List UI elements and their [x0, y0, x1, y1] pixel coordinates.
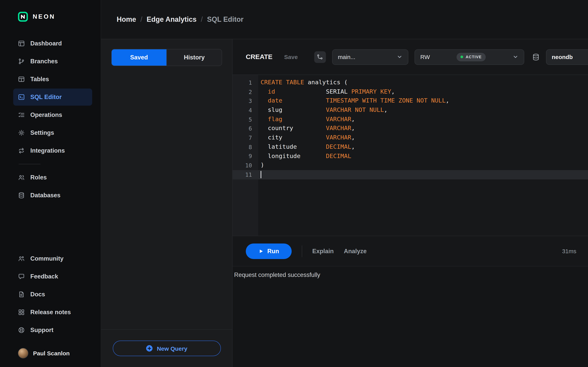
breadcrumb-item-sql-editor: SQL Editor [207, 15, 243, 24]
database-selector-value: neondb [552, 54, 573, 60]
code-line-9[interactable]: 9 longitude DECIMAL [233, 152, 588, 161]
sidebar-item-label: Settings [30, 129, 54, 136]
branches-icon [18, 58, 25, 65]
result-status-area: Request completed successfully [233, 266, 588, 367]
query-duration: 31ms [562, 248, 576, 254]
app: NEON DashboardBranchesTablesSQL EditorOp… [0, 0, 588, 367]
release-notes-icon [18, 309, 25, 316]
sidebar-item-community[interactable]: Community [13, 250, 92, 267]
compute-selector-value: RW [420, 54, 430, 60]
line-number: 5 [233, 116, 258, 123]
database-selector[interactable]: neondb [546, 49, 588, 65]
code-text: CREATE TABLE analytics ( [258, 78, 348, 87]
new-query-button[interactable]: New Query [112, 341, 221, 356]
sidebar-item-sql-editor[interactable]: SQL Editor [13, 89, 92, 106]
sidebar-item-tables[interactable]: Tables [13, 71, 92, 88]
sql-editor-icon [18, 94, 25, 100]
saved-queries-list [101, 74, 232, 329]
code-line-2[interactable]: 2 id SERIAL PRIMARY KEY, [233, 87, 588, 96]
code-line-8[interactable]: 8 latitude DECIMAL, [233, 142, 588, 152]
code-text: city VARCHAR, [258, 133, 355, 142]
content: SavedHistory New Query [101, 39, 588, 367]
integrations-icon [18, 147, 25, 154]
play-icon [259, 248, 264, 254]
operations-icon [18, 111, 25, 118]
code-line-11[interactable]: 11 [233, 170, 588, 179]
sidebar-nav-primary: DashboardBranchesTablesSQL EditorOperati… [0, 35, 101, 160]
logo-text: NEON [33, 13, 55, 20]
settings-icon [18, 129, 25, 136]
sidebar-item-docs[interactable]: Docs [13, 286, 92, 303]
tab-history[interactable]: History [166, 49, 222, 66]
tables-icon [18, 76, 25, 83]
sidebar-item-label: Feedback [30, 273, 58, 280]
line-number: 8 [233, 144, 258, 150]
main: Home/Edge Analytics/SQL Editor SavedHist… [101, 0, 588, 367]
code-text: id SERIAL PRIMARY KEY, [258, 87, 395, 96]
sidebar-item-label: SQL Editor [30, 94, 62, 100]
avatar [18, 348, 28, 359]
code-editor[interactable]: 1CREATE TABLE analytics (2 id SERIAL PRI… [233, 75, 588, 236]
code-line-1[interactable]: 1CREATE TABLE analytics ( [233, 78, 588, 87]
sidebar-item-label: Docs [30, 291, 45, 298]
breadcrumb-item-edge-analytics[interactable]: Edge Analytics [147, 15, 197, 24]
sql-editor-pane: CREATE Save main... [233, 39, 588, 367]
code-text: longitude DECIMAL [258, 152, 351, 161]
code-line-7[interactable]: 7 city VARCHAR, [233, 133, 588, 142]
sidebar-item-dashboard[interactable]: Dashboard [13, 35, 92, 52]
community-icon [18, 255, 25, 262]
support-icon [18, 327, 25, 334]
branch-connection-icon-button[interactable] [314, 51, 326, 63]
queries-tabs-wrap: SavedHistory [101, 39, 232, 74]
top-bar: Home/Edge Analytics/SQL Editor [101, 0, 588, 39]
save-button[interactable]: Save [284, 54, 298, 60]
branch-selector[interactable]: main... [332, 49, 408, 65]
sidebar-item-integrations[interactable]: Integrations [13, 142, 92, 159]
sidebar-item-label: Integrations [30, 147, 65, 154]
user-name: Paul Scanlon [33, 350, 69, 357]
analyze-button[interactable]: Analyze [344, 248, 366, 255]
code-line-5[interactable]: 5 flag VARCHAR, [233, 115, 588, 124]
sidebar-item-label: Databases [30, 192, 61, 199]
compute-selector[interactable]: RW ACTIVE [414, 49, 524, 65]
docs-icon [18, 291, 25, 298]
breadcrumb-separator: / [140, 15, 142, 24]
code-line-3[interactable]: 3 date TIMESTAMP WITH TIME ZONE NOT NULL… [233, 97, 588, 106]
databases-icon [18, 192, 25, 199]
code-line-10[interactable]: 10) [233, 161, 588, 170]
sidebar-item-settings[interactable]: Settings [13, 124, 92, 141]
code-text: flag VARCHAR, [258, 115, 355, 124]
run-button[interactable]: Run [246, 243, 292, 259]
database-icon [532, 53, 540, 61]
breadcrumb: Home/Edge Analytics/SQL Editor [117, 15, 243, 24]
code-line-6[interactable]: 6 country VARCHAR, [233, 124, 588, 133]
feedback-icon [18, 273, 25, 280]
code-text: country VARCHAR, [258, 124, 355, 133]
tab-saved[interactable]: Saved [112, 49, 166, 66]
sidebar-item-label: Dashboard [30, 40, 62, 47]
sidebar-item-support[interactable]: Support [13, 322, 92, 339]
sidebar-item-release-notes[interactable]: Release notes [13, 304, 92, 321]
sidebar-item-label: Release notes [30, 309, 71, 316]
line-number: 4 [233, 107, 258, 113]
sidebar-item-branches[interactable]: Branches [13, 53, 92, 70]
chevron-down-icon [512, 54, 518, 60]
sidebar-nav-secondary: RolesDatabases [0, 169, 101, 205]
breadcrumb-item-home[interactable]: Home [117, 15, 136, 24]
line-number: 3 [233, 98, 258, 104]
explain-button[interactable]: Explain [312, 248, 334, 255]
user-menu[interactable]: Paul Scanlon [18, 348, 92, 359]
line-number: 1 [233, 80, 258, 86]
code-line-4[interactable]: 4 slug VARCHAR NOT NULL, [233, 106, 588, 115]
sidebar-item-feedback[interactable]: Feedback [13, 268, 92, 285]
line-number: 2 [233, 89, 258, 95]
neon-logo[interactable]: NEON [18, 12, 101, 22]
sidebar-item-operations[interactable]: Operations [13, 106, 92, 124]
sidebar-item-roles[interactable]: Roles [13, 169, 92, 186]
plus-icon [146, 345, 153, 352]
active-status-dot [461, 56, 463, 58]
line-number: 6 [233, 126, 258, 132]
branch-selector-value: main... [338, 54, 355, 60]
status-badge: ACTIVE [457, 53, 486, 61]
sidebar-item-databases[interactable]: Databases [13, 187, 92, 204]
